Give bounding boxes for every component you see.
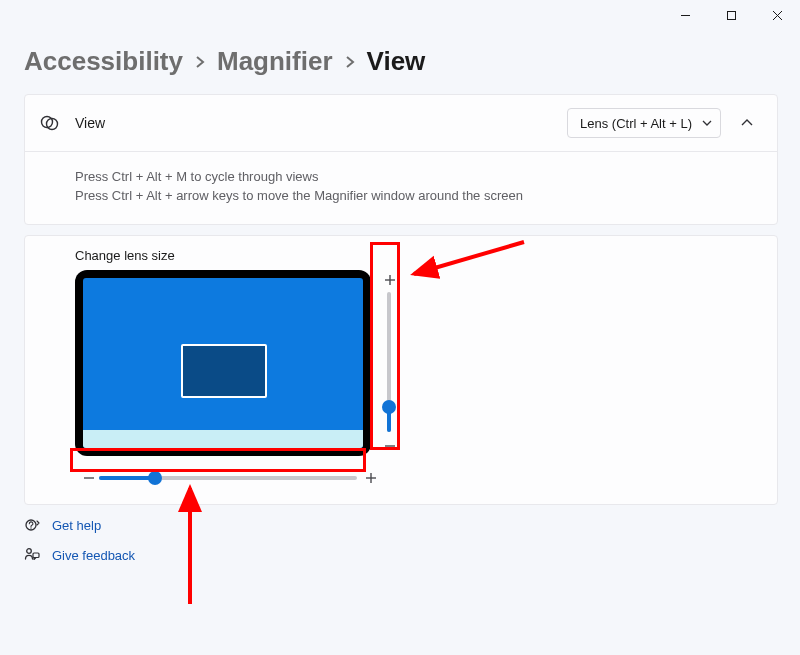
lens-width-increase-button[interactable]	[363, 470, 379, 486]
taskbar-illustration	[83, 430, 363, 448]
svg-point-13	[30, 527, 31, 528]
svg-rect-15	[33, 553, 39, 558]
lens-width-slider-fill	[99, 476, 155, 480]
breadcrumb-mid[interactable]: Magnifier	[217, 46, 333, 77]
monitor-illustration	[75, 270, 371, 456]
svg-rect-1	[727, 11, 735, 19]
breadcrumb-root[interactable]: Accessibility	[24, 46, 183, 77]
view-hints: Press Ctrl + Alt + M to cycle through vi…	[25, 151, 777, 224]
hint-line-1: Press Ctrl + Alt + M to cycle through vi…	[75, 168, 727, 187]
lens-height-decrease-button[interactable]	[382, 438, 398, 454]
change-lens-size-card: Change lens size	[24, 235, 778, 505]
window-maximize-button[interactable]	[708, 0, 754, 30]
hint-line-2: Press Ctrl + Alt + arrow keys to move th…	[75, 187, 727, 206]
svg-point-14	[27, 549, 32, 554]
window-minimize-button[interactable]	[662, 0, 708, 30]
lens-preview-rect	[181, 344, 267, 398]
get-help-link[interactable]: Get help	[52, 518, 101, 533]
chevron-right-icon	[345, 54, 355, 70]
chevron-down-icon	[702, 116, 712, 131]
feedback-icon	[24, 547, 40, 563]
lens-width-slider-thumb[interactable]	[148, 471, 162, 485]
lens-height-increase-button[interactable]	[382, 272, 398, 288]
view-card-title: View	[75, 115, 105, 131]
change-lens-size-label: Change lens size	[75, 248, 175, 263]
view-icon	[39, 112, 61, 134]
lens-height-slider-thumb[interactable]	[382, 400, 396, 414]
window-close-button[interactable]	[754, 0, 800, 30]
magnifier-view-dropdown[interactable]: Lens (Ctrl + Alt + L)	[567, 108, 721, 138]
give-feedback-link[interactable]: Give feedback	[52, 548, 135, 563]
lens-width-decrease-button[interactable]	[81, 470, 97, 486]
help-icon	[24, 517, 40, 533]
dropdown-selected-label: Lens (Ctrl + Alt + L)	[580, 116, 692, 131]
breadcrumb-current: View	[367, 46, 426, 77]
chevron-right-icon	[195, 54, 205, 70]
breadcrumb: Accessibility Magnifier View	[24, 46, 425, 77]
collapse-section-button[interactable]	[731, 107, 763, 139]
view-settings-card: View Lens (Ctrl + Alt + L) Press Ctrl + …	[24, 94, 778, 225]
